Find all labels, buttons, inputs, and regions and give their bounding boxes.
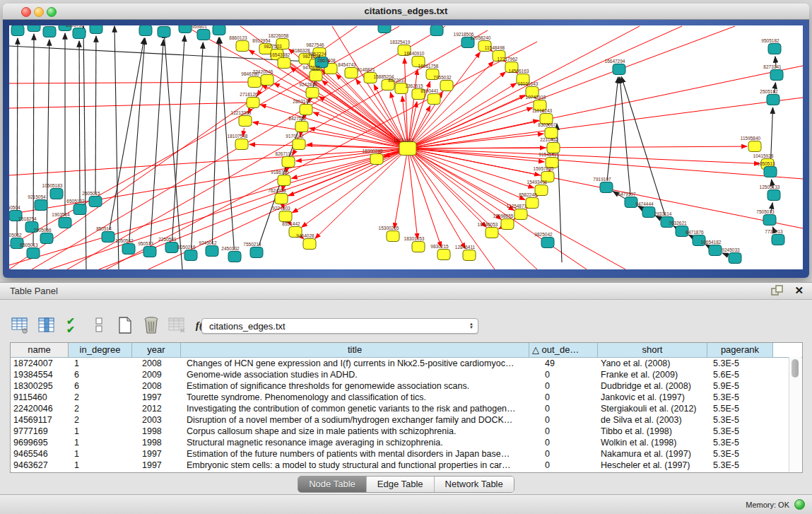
graph-edge[interactable] — [413, 62, 493, 144]
graph-node[interactable] — [613, 64, 625, 75]
scrollbar-thumb[interactable] — [792, 359, 799, 378]
graph-node[interactable] — [206, 246, 218, 257]
graph-edge[interactable] — [408, 98, 803, 148]
graph-edge[interactable] — [302, 153, 402, 227]
graph-node[interactable] — [213, 25, 225, 35]
graph-node[interactable] — [600, 182, 613, 193]
graph-edge[interactable] — [261, 85, 401, 146]
graph-edge[interactable] — [129, 38, 145, 242]
graph-edge[interactable] — [689, 235, 693, 237]
graph-node[interactable] — [399, 142, 416, 156]
graph-edge[interactable] — [33, 34, 34, 246]
table-row[interactable]: 969969511998Structural magnetic resonanc… — [11, 437, 802, 448]
graph-edge[interactable] — [253, 122, 401, 147]
graph-node[interactable] — [158, 27, 170, 37]
table-row[interactable]: 977716911998Corpus callosum shape and si… — [11, 426, 802, 437]
graph-edge[interactable] — [722, 253, 728, 255]
table-row[interactable]: 1456911722003Disruption of a novel membe… — [11, 414, 802, 426]
graph-edge[interactable] — [413, 153, 486, 227]
graph-node[interactable] — [412, 242, 425, 252]
graph-node[interactable] — [486, 228, 498, 238]
zoom-window-button[interactable] — [47, 7, 57, 17]
graph-node[interactable] — [387, 231, 399, 242]
graph-edge[interactable] — [415, 134, 543, 148]
graph-node[interactable] — [437, 250, 450, 260]
delete-rows-icon[interactable] — [142, 316, 160, 334]
graph-node[interactable] — [501, 219, 514, 230]
table-row[interactable]: 911546021997Tourette syndrome. Phenomeno… — [11, 392, 802, 403]
graph-node[interactable] — [235, 139, 248, 150]
graph-edge[interactable] — [408, 156, 418, 239]
graph-node[interactable] — [278, 175, 290, 186]
graph-edge[interactable] — [151, 40, 164, 245]
graph-edge[interactable] — [212, 37, 218, 244]
graph-node[interactable] — [748, 141, 761, 152]
graph-edge[interactable] — [110, 38, 144, 230]
graph-node[interactable] — [43, 27, 56, 37]
graph-node[interactable] — [440, 81, 453, 91]
graph-edge[interactable] — [411, 155, 466, 249]
graph-node[interactable] — [73, 204, 86, 215]
clear-selection-icon[interactable] — [90, 316, 108, 334]
graph-node[interactable] — [541, 238, 554, 248]
graph-edge[interactable] — [9, 148, 408, 175]
graph-node[interactable] — [306, 88, 319, 98]
graph-edge[interactable] — [499, 228, 502, 229]
graph-node[interactable] — [184, 250, 197, 261]
tab-network-table[interactable]: Network Table — [434, 477, 514, 492]
graph-node[interactable] — [28, 25, 40, 32]
graph-edge[interactable] — [620, 77, 630, 195]
graph-node[interactable] — [430, 25, 443, 36]
graph-node[interactable] — [275, 194, 288, 204]
table-row[interactable]: 1830029562008Estimation of significance … — [11, 380, 802, 392]
table-row[interactable]: 1938455462009Genome-wide association stu… — [11, 369, 802, 380]
graph-node[interactable] — [179, 25, 192, 33]
graph-node[interactable] — [768, 44, 781, 54]
column-header-out_de[interactable]: △ out_de… — [529, 343, 598, 357]
close-panel-icon[interactable]: ✕ — [794, 285, 804, 296]
graph-node[interactable] — [767, 95, 779, 105]
delete-table-icon[interactable]: ✕ — [168, 316, 187, 334]
table-row[interactable]: 946554611997Estimation of the future num… — [11, 448, 802, 460]
graph-node[interactable] — [293, 139, 305, 150]
graph-edge[interactable] — [415, 148, 760, 163]
graph-edge[interactable] — [319, 97, 401, 145]
graph-node[interactable] — [59, 218, 71, 228]
show-column-icon[interactable] — [37, 316, 56, 334]
graph-node[interactable] — [122, 244, 135, 255]
graph-edge[interactable] — [292, 150, 401, 178]
column-header-pagerank[interactable]: pagerank — [707, 343, 773, 357]
graph-node[interactable] — [27, 248, 40, 259]
graph-edge[interactable] — [288, 151, 401, 196]
graph-node[interactable] — [239, 116, 252, 127]
graph-node[interactable] — [300, 105, 312, 115]
graph-node[interactable] — [35, 200, 47, 211]
tab-node-table[interactable]: Node Table — [298, 477, 366, 492]
column-header-short[interactable]: short — [598, 343, 707, 357]
vertical-scrollbar[interactable] — [789, 357, 801, 472]
column-header-year[interactable]: year — [132, 343, 181, 357]
graph-node[interactable] — [526, 198, 539, 209]
graph-node[interactable] — [514, 209, 527, 220]
graph-edge[interactable] — [79, 41, 80, 202]
graph-node[interactable] — [345, 68, 358, 78]
graph-edge[interactable] — [95, 36, 96, 194]
table-source-select[interactable]: citations_edges.txt ▲▼ — [201, 318, 478, 334]
graph-node[interactable] — [139, 25, 152, 36]
graph-node[interactable] — [11, 25, 24, 36]
select-all-icon[interactable]: ✔ ✔ — [64, 316, 82, 334]
graph-node[interactable] — [303, 239, 316, 250]
graph-node[interactable] — [709, 245, 722, 256]
graph-node[interactable] — [428, 94, 440, 105]
graph-node[interactable] — [247, 98, 259, 108]
graph-node[interactable] — [90, 25, 102, 34]
graph-node[interactable] — [282, 157, 295, 168]
graph-edge[interactable] — [408, 26, 735, 148]
graph-node[interactable] — [89, 197, 102, 207]
network-canvas[interactable]: 1872400788601238912954182260589827503165… — [9, 25, 803, 269]
graph-node[interactable] — [764, 167, 777, 177]
graph-node[interactable] — [102, 232, 114, 243]
table-settings-icon[interactable]: ⚙ — [11, 316, 30, 334]
graph-node[interactable] — [165, 243, 178, 253]
graph-edge[interactable] — [414, 152, 514, 210]
